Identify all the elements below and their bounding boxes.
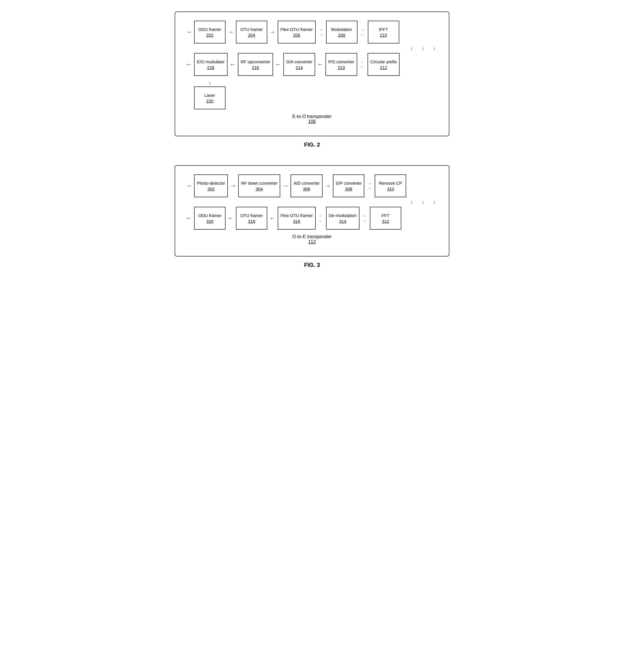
fig2-label: FIG. 2 — [304, 141, 320, 148]
fig2-row2: ← E/O modulator 218 ← RF upconverter 216… — [184, 53, 440, 76]
fig3-row1: → Photo-detector 302 → RF down converter… — [184, 174, 440, 197]
fig2-block-216: RF upconverter 216 — [238, 53, 273, 76]
fig3-input-arrow: → — [184, 182, 194, 189]
figure-3-container: → Photo-detector 302 → RF down converter… — [175, 165, 449, 268]
fig2-block-213: P/S converter 213 — [326, 53, 357, 76]
fig2-block-218: E/O modulator 218 — [194, 53, 228, 76]
fig2-arrow-202-204: → — [226, 28, 236, 36]
fig3-label: FIG. 3 — [304, 262, 320, 268]
fig3-arrow-306-308: → — [322, 182, 333, 189]
fig2-row1: → ODU framer 202 → OTU framer 204 → Flex… — [184, 21, 440, 44]
fig3-block-314: De-modulation 314 — [326, 207, 360, 230]
fig3-diagram-box: → Photo-detector 302 → RF down converter… — [175, 165, 449, 257]
fig3-block-302: Photo-detector 302 — [194, 174, 228, 197]
fig3-block-306: A/D converter 306 — [290, 174, 322, 197]
fig2-block-204: OTU framer 204 — [236, 21, 267, 44]
fig3-block-320: ODU framer 320 — [194, 207, 226, 230]
fig3-arrow-320-318: ← — [226, 214, 236, 222]
fig2-laser-up-arrow: ↑ — [209, 80, 211, 86]
fig2-double-arrow-206-208: → → — [316, 28, 326, 36]
fig2-double-arrow-208-210: → → — [358, 28, 368, 36]
fig2-rows-wrapper: → ODU framer 202 → OTU framer 204 → Flex… — [184, 21, 440, 109]
fig2-laser-col: ↑ Laser 220 — [194, 80, 226, 109]
fig2-block-212: Circular prefix 212 — [367, 53, 400, 76]
fig3-down-arrow-2: ↓ — [422, 199, 424, 205]
fig3-double-arrow-316-314: ← ← — [316, 214, 326, 223]
fig2-block-210: IFFT 210 — [368, 21, 399, 44]
fig2-arrow-216-214: ← — [273, 61, 283, 68]
fig2-laser-section: ↑ Laser 220 — [184, 80, 440, 109]
fig3-block-318: OTU framer 318 — [236, 207, 267, 230]
fig3-arrow-302-304: → — [228, 182, 238, 189]
fig2-block-202: ODU framer 202 — [194, 21, 226, 44]
fig2-down-arrows: ↓ ↓ ↓ — [184, 45, 440, 51]
figure-2-container: → ODU framer 202 → OTU framer 204 → Flex… — [175, 11, 449, 148]
fig2-ifft-down-arrows: ↓ ↓ ↓ — [406, 45, 440, 51]
fig3-down-arrow-3: ↓ — [433, 199, 436, 205]
fig2-down-arrow-2: ↓ — [422, 45, 424, 51]
fig2-double-arrow-213-212: ← ← — [357, 60, 367, 69]
fig2-output-arrow: ← — [184, 61, 194, 68]
fig2-diagram-box: → ODU framer 202 → OTU framer 204 → Flex… — [175, 11, 449, 136]
fig2-block-214: D/A converter 214 — [283, 53, 315, 76]
fig3-double-arrow-308-310: → → — [364, 182, 375, 190]
fig3-arrow-318-316: ← — [267, 214, 278, 222]
fig2-block-206: Flex-OTU framer 206 — [278, 21, 316, 44]
fig3-down-arrows: ↓ ↓ ↓ — [184, 199, 440, 205]
fig2-arrow-214-213: ← — [315, 61, 326, 68]
fig3-block-310: Remove CP 310 — [375, 174, 406, 197]
fig2-block-208: Modulation 208 — [326, 21, 358, 44]
fig2-arrow-218-216: ← — [228, 61, 238, 68]
fig3-cp-down-arrows: ↓ ↓ ↓ — [406, 199, 440, 205]
fig3-block-308: S/P converter 308 — [333, 174, 365, 197]
fig2-input-arrow: → — [184, 28, 194, 36]
fig3-arrow-304-306: → — [280, 182, 290, 189]
fig2-down-arrow-1: ↓ — [411, 45, 413, 51]
fig3-block-316: Flex-OTU framer 316 — [278, 207, 316, 230]
fig3-down-arrow-1: ↓ — [411, 199, 413, 205]
fig3-block-304: RF down converter 304 — [238, 174, 280, 197]
fig2-diagram-label: E-to-O transponder 106 — [184, 114, 440, 124]
fig3-rows-wrapper: → Photo-detector 302 → RF down converter… — [184, 174, 440, 230]
fig2-arrow-204-206: → — [267, 28, 278, 36]
fig3-output-arrow: ← — [184, 214, 194, 222]
fig3-double-arrow-314-312: ← ← — [360, 214, 370, 223]
fig3-diagram-label: O-to-E transponder 112 — [184, 234, 440, 244]
fig3-row2: ← ODU framer 320 ← OTU framer 318 ← Flex… — [184, 207, 440, 230]
fig2-down-arrow-3: ↓ — [433, 45, 436, 51]
fig2-laser-block: Laser 220 — [194, 86, 226, 109]
fig3-block-312: FFT 312 — [370, 207, 401, 230]
